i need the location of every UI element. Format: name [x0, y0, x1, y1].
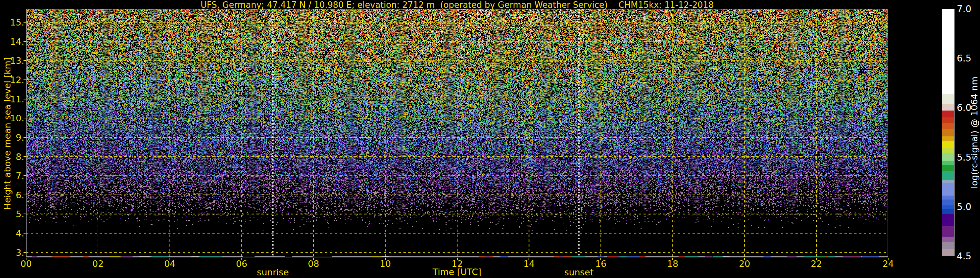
y-tick-label: 10. [1, 113, 24, 123]
x-tick-mark [744, 258, 745, 260]
y-tick-label: 12. [1, 75, 24, 85]
x-tick-label: 14 [523, 259, 535, 269]
colorbar-tick-label: 7.0 [957, 3, 972, 14]
colorbar-tick-label: 5.0 [957, 201, 972, 212]
y-tick-mark [24, 252, 26, 253]
x-tick-label: 08 [308, 259, 319, 269]
y-tick-label: 4. [1, 228, 24, 238]
y-tick-label: 7. [1, 171, 24, 181]
x-tick-mark [242, 258, 242, 260]
x-tick-mark [672, 258, 673, 260]
colorbar-tick-label: 6.5 [957, 53, 972, 64]
y-tick-mark [24, 175, 26, 176]
x-tick-label: 00 [21, 259, 32, 269]
y-tick-label: 6. [1, 190, 24, 200]
event-label-sunset: sunset [564, 267, 593, 277]
x-tick-label: 24 [883, 259, 894, 269]
chart-title: UFS, Germany; 47.417 N / 10.980 E; eleva… [26, 0, 888, 10]
x-tick-mark [600, 258, 601, 260]
x-tick-mark [816, 258, 817, 260]
x-tick-label: 10 [380, 259, 391, 269]
colorbar-label: log(rc-signal) @ 1064 nm [969, 77, 979, 189]
y-tick-label: 5. [1, 209, 24, 219]
x-tick-label: 22 [811, 259, 822, 269]
y-tick-mark [24, 22, 26, 22]
backscatter-heatmap-canvas [26, 9, 888, 257]
y-tick-mark [24, 41, 26, 42]
y-tick-label: 14. [1, 36, 24, 46]
x-tick-label: 12 [452, 259, 463, 269]
y-tick-mark [24, 80, 26, 80]
y-tick-label: 13. [1, 56, 24, 66]
y-tick-mark [24, 99, 26, 99]
x-tick-label: 16 [595, 259, 606, 269]
y-tick-label: 3. [1, 247, 24, 257]
x-tick-mark [457, 258, 458, 260]
x-tick-label: 04 [164, 259, 175, 269]
y-tick-mark [24, 60, 26, 61]
x-tick-mark [313, 258, 314, 260]
y-tick-mark [24, 118, 26, 118]
x-tick-label: 20 [739, 259, 750, 269]
x-tick-mark [26, 258, 27, 260]
x-tick-label: 02 [92, 259, 103, 269]
event-label-sunrise: sunrise [257, 267, 289, 277]
x-tick-mark [888, 258, 889, 260]
colorbar-canvas [942, 9, 955, 256]
x-tick-mark [170, 258, 170, 260]
y-tick-label: 11. [1, 94, 24, 104]
y-tick-label: 15. [1, 18, 24, 27]
x-tick-mark [528, 258, 529, 260]
y-tick-mark [24, 214, 26, 214]
y-tick-mark [24, 137, 26, 138]
y-tick-mark [24, 195, 26, 195]
x-tick-mark [98, 258, 98, 260]
colorbar-tick-label: 4.5 [957, 251, 972, 262]
y-tick-label: 8. [1, 152, 24, 161]
x-tick-mark [385, 258, 386, 260]
x-tick-label: 06 [236, 259, 247, 269]
x-tick-label: 18 [667, 259, 678, 269]
y-tick-mark [24, 157, 26, 157]
ceilometer-figure: UFS, Germany; 47.417 N / 10.980 E; eleva… [0, 0, 980, 278]
y-tick-mark [24, 233, 26, 233]
colorbar-tick-label: 6.0 [957, 102, 972, 113]
y-tick-label: 9. [1, 132, 24, 142]
colorbar-tick-label: 5.5 [957, 152, 972, 163]
